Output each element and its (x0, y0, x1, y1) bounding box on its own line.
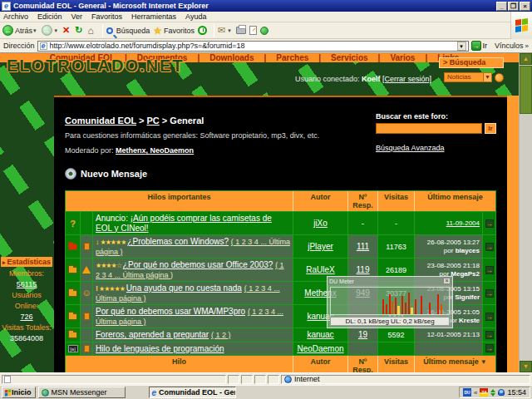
thread-title-link[interactable]: Por qué no debemos usar WMA/MP3pro (96, 307, 245, 316)
links-label[interactable]: Vínculos (495, 42, 524, 50)
online-count-link[interactable]: 726 (20, 313, 32, 321)
menu-ver[interactable]: Ver (71, 12, 83, 21)
author-link[interactable]: RaUleX (306, 265, 334, 274)
messenger-tray-icon[interactable] (498, 389, 505, 396)
menu-archivo[interactable]: Archivo (3, 12, 28, 21)
header-last-message[interactable]: Último mensaje▼ (415, 356, 495, 372)
goto-last-post-icon[interactable] (485, 243, 494, 251)
favorites-button[interactable]: ★Favoritos (153, 25, 195, 37)
thread-title-link[interactable]: ¿Problemas con Windows? (127, 237, 229, 246)
author-link[interactable]: jiXo (313, 219, 328, 228)
menu-favoritos[interactable]: Favoritos (91, 12, 122, 21)
goto-last-post-icon[interactable] (485, 266, 494, 274)
replies-count-link[interactable]: 111 (357, 242, 369, 251)
scroll-track[interactable] (520, 114, 532, 361)
breadcrumb-pc[interactable]: PC (147, 116, 160, 126)
header-author[interactable]: Autor (293, 191, 348, 211)
forum-search-go-button[interactable]: Ir (485, 123, 496, 134)
minimize-button[interactable] (496, 2, 507, 11)
author-link[interactable]: jPlayer (308, 242, 333, 251)
search-button[interactable]: Búsqueda (106, 27, 150, 35)
menu-herramientas[interactable]: Herramientas (131, 12, 176, 21)
status-cell (228, 375, 239, 384)
back-button[interactable]: ←Atrás▾ (2, 25, 38, 36)
advanced-search-link[interactable]: Búsqueda Avanzada (376, 144, 444, 152)
toolbar-separator (102, 24, 103, 37)
goto-last-post-icon[interactable] (485, 313, 494, 321)
du-meter-titlebar[interactable]: DU Meter (328, 277, 452, 285)
nav-servicios[interactable]: Servicios (331, 53, 380, 62)
page-scrollbar[interactable]: ▲ ▼ (519, 53, 532, 372)
header-replies[interactable]: Nº Resp. (348, 191, 378, 211)
window-titlebar[interactable]: e Comunidad EOL - General - Microsoft In… (0, 0, 532, 12)
thread-title-link[interactable]: Foreros, aprended a preguntar (96, 330, 209, 339)
forward-dropdown-icon[interactable]: ▾ (55, 27, 58, 34)
header-replies[interactable]: Nº Resp. (348, 356, 378, 372)
mail-button[interactable]: ✉▾ (218, 26, 233, 35)
ie-document-icon: e (2, 2, 11, 11)
du-meter-close-icon[interactable] (443, 278, 451, 284)
page-links[interactable]: ( 1 2 ) (211, 331, 231, 339)
task-msn-messenger[interactable]: MSN Messenger (38, 387, 126, 398)
task-comunidad-eol[interactable]: e Comunidad EOL - Gen... (149, 387, 236, 398)
du-meter-widget[interactable]: DU Meter (327, 276, 453, 328)
print-button[interactable] (236, 27, 246, 34)
history-button[interactable] (198, 26, 207, 35)
address-dropdown-icon[interactable]: ▾ (457, 42, 466, 51)
scroll-up-icon[interactable]: ▲ (520, 53, 532, 65)
cd-icon (65, 168, 76, 180)
stop-button[interactable]: ✕ (62, 26, 71, 35)
replies-count-link[interactable]: 19 (358, 330, 367, 339)
tray-collapse-icon[interactable] (474, 389, 477, 397)
start-button[interactable]: Inicio (2, 387, 36, 398)
menu-edicion[interactable]: Edición (37, 12, 62, 21)
header-last-message[interactable]: Último mensaje (415, 191, 495, 211)
last-message-date-link[interactable]: 11-09-2004 (446, 219, 480, 228)
header-important[interactable]: Hilos importantes (66, 191, 293, 211)
scroll-down-icon[interactable]: ▼ (520, 361, 532, 372)
moderator-link[interactable]: NeoDaemon (150, 146, 195, 155)
forward-button[interactable]: →▾ (42, 25, 60, 36)
goto-last-post-icon[interactable] (485, 219, 494, 228)
scroll-thumb[interactable] (520, 66, 532, 114)
rating-stars: ★★★★☆ (96, 262, 121, 269)
edit-button[interactable] (249, 26, 257, 35)
new-message-button[interactable]: Nuevo Mensaje (65, 168, 496, 180)
goto-last-post-icon[interactable] (485, 289, 494, 298)
header-thread[interactable]: Hilo (66, 356, 293, 372)
links-chevron-icon[interactable]: » (525, 42, 529, 50)
address-url[interactable]: http://www.elotrolado.net/forumdisplay.p… (50, 42, 457, 50)
thread-title-link[interactable]: ¿Por qué no debemos usar Office 2003? (123, 260, 273, 269)
nav-varios[interactable]: Varios (390, 53, 427, 62)
header-visits[interactable]: Visitas (378, 191, 415, 211)
address-input[interactable]: e http://www.elotrolado.net/forumdisplay… (37, 41, 469, 52)
nav-parches[interactable]: Parches (276, 53, 321, 62)
du-meter-tray-icon[interactable] (463, 388, 471, 397)
zonealarm-icon[interactable] (480, 388, 488, 397)
print-icon (236, 27, 246, 34)
forum-search-input[interactable] (376, 123, 482, 134)
go-button[interactable]: →Ir (471, 41, 488, 51)
header-visits[interactable]: Visitas (378, 356, 415, 372)
thread-title-link[interactable]: Una ayuda que no cuesta nada (126, 283, 242, 293)
breadcrumb-comunidad[interactable]: Comunidad EOL (65, 116, 136, 126)
thread-title-link[interactable]: Hilo de lenguajes de programación (96, 344, 224, 353)
restore-button[interactable] (508, 2, 519, 11)
network-activity-icon[interactable] (490, 389, 495, 397)
header-author[interactable]: Autor (293, 356, 348, 372)
back-dropdown-icon[interactable]: ▾ (33, 27, 37, 34)
close-button[interactable] (520, 2, 530, 11)
goto-last-post-icon[interactable] (485, 344, 494, 352)
refresh-button[interactable]: ↻ (75, 26, 84, 35)
members-count-link[interactable]: 56115 (17, 280, 37, 288)
goto-last-post-icon[interactable] (485, 331, 494, 339)
author-link[interactable]: kanuac (307, 330, 333, 339)
replies-count-link[interactable]: 119 (357, 265, 370, 274)
home-button[interactable]: ⌂ (87, 26, 95, 36)
author-link[interactable]: NeoDaemon (297, 344, 343, 353)
messenger-button[interactable] (260, 27, 268, 35)
mail-dropdown-icon[interactable]: ▾ (228, 27, 231, 34)
moderator-link[interactable]: Methenx (116, 146, 150, 155)
menu-ayuda[interactable]: Ayuda (185, 12, 206, 21)
nav-downloads[interactable]: Downloads (209, 53, 266, 62)
